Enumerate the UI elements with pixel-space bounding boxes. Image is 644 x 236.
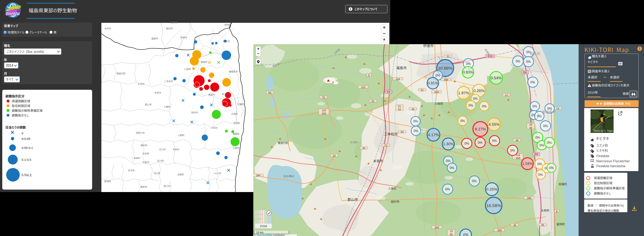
svg-text:0%: 0%: [535, 136, 540, 139]
svg-text:© OpenStreetMap contributors: © OpenStreetMap contributors: [254, 234, 285, 236]
svg-text:Photo by A. Haga: Photo by A. Haga: [594, 129, 613, 132]
svg-text:0%: 0%: [464, 142, 469, 145]
svg-text:51: 51: [421, 88, 424, 92]
svg-text:0%: 0%: [547, 107, 552, 110]
svg-text:0%: 0%: [530, 80, 535, 84]
svg-text:30: 30: [362, 147, 365, 150]
svg-text:459: 459: [322, 112, 326, 115]
svg-text:0.83%: 0.83%: [463, 70, 473, 74]
svg-text:24: 24: [333, 154, 336, 157]
svg-text:10 km: 10 km: [256, 231, 264, 234]
svg-text:73: 73: [384, 144, 387, 147]
svg-text:0%: 0%: [445, 188, 450, 191]
svg-text:114: 114: [396, 77, 400, 80]
svg-text:0%: 0%: [543, 124, 548, 128]
svg-text:1.04%: 1.04%: [522, 162, 532, 166]
svg-text:5: 5: [368, 74, 370, 77]
svg-text:35: 35: [541, 224, 544, 227]
svg-text:10.98%: 10.98%: [438, 66, 452, 70]
svg-text:1.87%: 1.87%: [458, 91, 469, 95]
svg-text:0.54%: 0.54%: [490, 76, 502, 80]
svg-text:52: 52: [372, 100, 374, 103]
svg-text:0%: 0%: [526, 50, 531, 54]
svg-text:39: 39: [412, 108, 414, 111]
svg-text:0%: 0%: [463, 233, 468, 236]
svg-text:49: 49: [529, 126, 532, 129]
svg-text:E6: E6: [534, 153, 538, 156]
svg-text:62: 62: [401, 130, 404, 134]
svg-text:115: 115: [361, 86, 366, 89]
svg-text:0%: 0%: [466, 62, 471, 65]
svg-text:OSM: OSM: [260, 224, 267, 228]
svg-text:0%: 0%: [549, 166, 554, 170]
svg-text:0%: 0%: [414, 129, 418, 133]
svg-text:6: 6: [556, 210, 558, 213]
svg-text:E6: E6: [523, 71, 526, 74]
svg-text:51: 51: [398, 105, 401, 108]
svg-text:0%: 0%: [537, 114, 542, 118]
svg-text:0%: 0%: [446, 159, 450, 163]
svg-text:0.26%: 0.26%: [473, 88, 484, 93]
svg-text:E13: E13: [488, 55, 492, 58]
svg-text:0%: 0%: [510, 149, 515, 152]
svg-text:0%: 0%: [435, 74, 440, 77]
svg-text:0%: 0%: [516, 60, 520, 63]
svg-text:288: 288: [527, 197, 531, 200]
svg-text:294: 294: [256, 174, 260, 177]
svg-text:E4: E4: [387, 90, 390, 93]
svg-text:349: 349: [434, 226, 439, 229]
svg-text:0%: 0%: [547, 141, 552, 144]
svg-text:0%: 0%: [473, 97, 478, 100]
svg-text:0%: 0%: [482, 105, 486, 108]
svg-text:0%: 0%: [532, 105, 537, 108]
svg-text:19: 19: [450, 230, 452, 233]
svg-text:4.17%: 4.17%: [428, 133, 439, 137]
svg-text:115: 115: [322, 109, 326, 112]
svg-text:0.25%: 0.25%: [486, 187, 498, 192]
svg-text:4.55%: 4.55%: [488, 122, 500, 127]
svg-text:70: 70: [322, 96, 325, 99]
svg-text:36: 36: [513, 224, 516, 227]
svg-text:0%: 0%: [478, 141, 482, 144]
svg-text:0%: 0%: [526, 60, 531, 63]
svg-text:34: 34: [529, 123, 532, 126]
svg-text:459: 459: [516, 157, 520, 160]
svg-text:0%: 0%: [460, 119, 465, 123]
svg-text:36: 36: [450, 233, 452, 236]
svg-text:0%: 0%: [492, 139, 497, 143]
svg-text:64: 64: [268, 91, 271, 94]
svg-text:0%: 0%: [472, 179, 477, 183]
svg-text:399: 399: [497, 229, 502, 232]
svg-text:0%: 0%: [450, 166, 454, 170]
svg-text:399: 399: [444, 78, 448, 81]
svg-text:349: 349: [434, 91, 439, 94]
svg-text:74: 74: [556, 107, 559, 110]
svg-text:12: 12: [505, 93, 508, 97]
svg-text:0%: 0%: [468, 104, 473, 107]
svg-text:0%: 0%: [539, 144, 544, 147]
svg-text:0%: 0%: [538, 173, 543, 176]
svg-text:0%: 0%: [413, 120, 418, 123]
svg-text:49: 49: [516, 139, 518, 142]
svg-text:1.30%: 1.30%: [443, 142, 454, 146]
svg-text:31: 31: [446, 55, 450, 58]
svg-text:8.27%: 8.27%: [475, 127, 486, 131]
svg-text:16.58%: 16.58%: [486, 203, 501, 208]
svg-text:52: 52: [398, 108, 401, 111]
svg-text:0%: 0%: [537, 162, 542, 166]
svg-text:0.91%: 0.91%: [428, 81, 438, 85]
